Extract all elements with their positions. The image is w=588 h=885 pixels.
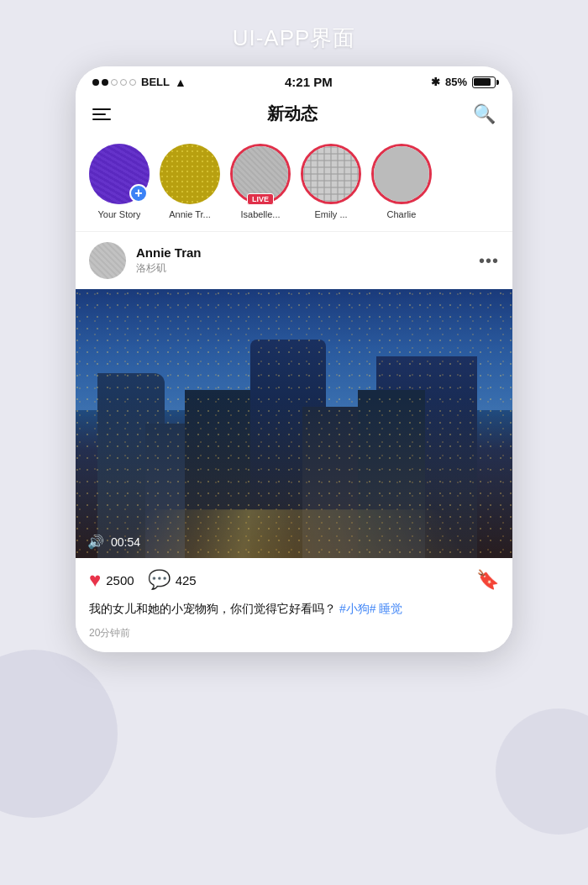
caption-tags: #小狗# 睡觉: [336, 602, 402, 615]
header-title: 新动态: [267, 103, 318, 125]
like-action[interactable]: ♥ 2500: [89, 568, 134, 592]
charlie-avatar-wrap: [371, 144, 432, 204]
post-card: Annie Tran 洛杉矶 ••• 🔊 00: [76, 231, 512, 652]
wifi-icon: ▲: [175, 76, 186, 89]
charlie-label: Charlie: [387, 209, 417, 219]
status-right: ✱ 85%: [431, 76, 496, 88]
bookmark-button[interactable]: 🔖: [476, 569, 499, 591]
battery-pct-label: 85%: [445, 76, 467, 88]
phone-frame: BELL ▲ 4:21 PM ✱ 85% 新动态 🔍: [76, 66, 512, 652]
dot5: [129, 79, 136, 86]
annie-avatar: [160, 144, 220, 204]
status-bar: BELL ▲ 4:21 PM ✱ 85%: [76, 66, 512, 94]
speaker-icon[interactable]: 🔊: [87, 534, 104, 550]
emily-pattern: [303, 146, 359, 202]
battery-fill: [474, 78, 491, 86]
isabelle-avatar-wrap: LIVE: [230, 144, 291, 204]
comment-count: 425: [176, 573, 197, 587]
menu-button[interactable]: [92, 108, 111, 120]
annie-label: Annie Tr...: [169, 209, 211, 219]
heart-icon[interactable]: ♥: [89, 568, 101, 592]
battery-icon: [472, 76, 496, 88]
charlie-pattern: [374, 146, 429, 202]
caption-text: 我的女儿和她的小宠物狗，你们觉得它好看吗？ #小狗# 睡觉: [89, 602, 402, 615]
dot1: [92, 79, 99, 86]
story-item-isabelle[interactable]: LIVE Isabelle...: [230, 144, 291, 219]
signal-dots: [92, 79, 136, 86]
post-username: Annie Tran: [136, 245, 202, 260]
comment-icon[interactable]: 💬: [148, 569, 171, 591]
app-header: 新动态 🔍: [76, 94, 512, 135]
search-button[interactable]: 🔍: [473, 103, 496, 125]
post-user-avatar: [89, 242, 126, 279]
video-timestamp: 00:54: [111, 535, 140, 549]
more-options-button[interactable]: •••: [479, 251, 499, 271]
caption-main-text: 我的女儿和她的小宠物狗，你们觉得它好看吗？: [89, 602, 336, 615]
stories-row: + Your Story Annie Tr... LIVE Isabelle..…: [76, 135, 512, 231]
post-user-info: Annie Tran 洛杉矶: [136, 245, 202, 276]
your-story-label: Your Story: [98, 209, 141, 219]
emily-label: Emily ...: [314, 209, 347, 219]
story-item-charlie[interactable]: Charlie: [371, 144, 432, 219]
isabelle-label: Isabelle...: [240, 209, 280, 219]
status-time: 4:21 PM: [285, 75, 333, 89]
live-badge: LIVE: [247, 193, 274, 205]
post-user[interactable]: Annie Tran 洛杉矶: [89, 242, 202, 279]
page-bg-title: UI-APP界面: [233, 25, 356, 50]
dot3: [111, 79, 118, 86]
post-actions: ♥ 2500 💬 425 🔖: [76, 558, 512, 597]
story-item-emily[interactable]: Emily ...: [301, 144, 361, 219]
carrier-label: BELL: [141, 76, 170, 88]
dot2: [102, 79, 108, 86]
post-image: 🔊 00:54: [76, 289, 512, 558]
emily-avatar: [301, 144, 361, 204]
bluetooth-icon: ✱: [431, 76, 440, 88]
menu-line-3: [92, 119, 111, 120]
menu-line-1: [92, 108, 111, 110]
comment-action[interactable]: 💬 425: [148, 569, 197, 591]
add-story-badge: +: [129, 184, 148, 203]
battery-area: [472, 76, 496, 88]
emily-avatar-wrap: [301, 144, 361, 204]
dot4: [120, 79, 127, 86]
post-caption: 我的女儿和她的小宠物狗，你们觉得它好看吗？ #小狗# 睡觉: [76, 597, 512, 621]
post-location: 洛杉矶: [136, 261, 202, 276]
your-story-avatar-wrap: +: [89, 144, 150, 204]
menu-lines: [92, 108, 111, 120]
post-header: Annie Tran 洛杉矶 •••: [76, 232, 512, 289]
annie-pattern: [160, 144, 220, 204]
status-left: BELL ▲: [92, 76, 186, 89]
post-time: 20分钟前: [76, 621, 512, 652]
story-item-annie[interactable]: Annie Tr...: [160, 144, 220, 219]
video-controls: 🔊 00:54: [87, 534, 140, 550]
menu-line-2: [92, 113, 106, 115]
charlie-avatar: [371, 144, 432, 204]
story-item-your-story[interactable]: + Your Story: [89, 144, 150, 219]
annie-avatar-wrap: [160, 144, 220, 204]
road-streaks: [119, 509, 469, 558]
like-count: 2500: [106, 573, 134, 587]
